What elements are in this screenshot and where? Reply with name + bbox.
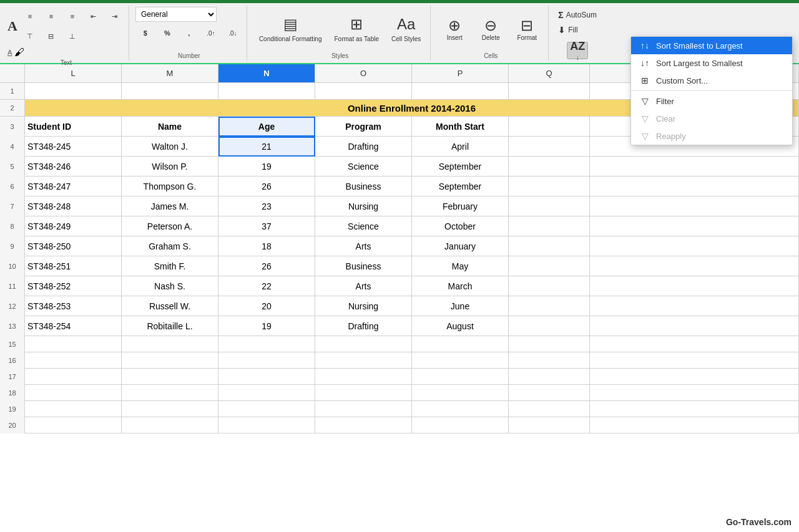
col-header-L[interactable]: L [25, 64, 122, 82]
cell-1-Q[interactable] [509, 83, 590, 99]
cell-9-4[interactable]: January [412, 236, 509, 256]
cell-9-0[interactable]: ST348-250 [25, 236, 122, 256]
col-header-M[interactable]: M [122, 64, 218, 82]
cell-8-2[interactable]: 37 [218, 216, 315, 236]
cell-6-0[interactable]: ST348-247 [25, 177, 122, 196]
empty-cell-19-6[interactable] [590, 401, 799, 417]
menu-custom-sort[interactable]: ⊞ Custom Sort... [631, 72, 792, 89]
cell-13-2[interactable]: 19 [218, 316, 315, 336]
empty-cell-20-3[interactable] [315, 417, 412, 433]
empty-cell-15-3[interactable] [315, 336, 412, 352]
empty-cell-17-3[interactable] [315, 369, 412, 385]
empty-cell-16-3[interactable] [315, 352, 412, 369]
cell-13-1[interactable]: Robitaille L. [122, 316, 218, 336]
cell-7-0[interactable]: ST348-248 [25, 196, 122, 216]
header-name[interactable]: Name [122, 117, 218, 137]
empty-cell-20-4[interactable] [412, 417, 509, 433]
empty-cell-17-0[interactable] [25, 369, 122, 385]
cell-1-P[interactable] [412, 83, 509, 99]
cell-8-0[interactable]: ST348-249 [25, 216, 122, 236]
empty-cell-20-0[interactable] [25, 417, 122, 433]
cell-7-3[interactable]: Nursing [315, 196, 412, 216]
increase-decimal-btn[interactable]: .0↑ [201, 24, 221, 42]
cell-4-3[interactable]: Drafting [315, 137, 412, 157]
cell-6-1[interactable]: Thompson G. [122, 177, 218, 196]
empty-cell-18-3[interactable] [315, 385, 412, 401]
percent-btn[interactable]: % [157, 24, 177, 42]
cell-styles-btn[interactable]: Aa Cell Styles [386, 4, 426, 54]
header-age[interactable]: Age [218, 117, 315, 137]
empty-cell-16-4[interactable] [412, 352, 509, 369]
cell-5-extra-1[interactable] [590, 157, 799, 177]
mid-align-btn[interactable]: ⊟ [41, 27, 61, 46]
cell-13-4[interactable]: August [412, 316, 509, 336]
menu-sort-smallest[interactable]: ↑↓ Sort Smallest to Largest [631, 37, 792, 54]
empty-cell-15-0[interactable] [25, 336, 122, 352]
delete-btn[interactable]: ⊖ Delete [473, 4, 508, 54]
cell-13-3[interactable]: Drafting [315, 316, 412, 336]
empty-cell-18-5[interactable] [509, 385, 590, 401]
cell-7-extra-0[interactable] [509, 196, 590, 216]
cell-12-2[interactable]: 20 [218, 296, 315, 316]
conditional-formatting-btn[interactable]: ▤ Conditional Formatting [253, 4, 328, 54]
empty-cell-19-0[interactable] [25, 401, 122, 417]
cell-9-3[interactable]: Arts [315, 236, 412, 256]
menu-filter[interactable]: ▽ Filter [631, 92, 792, 110]
cell-13-0[interactable]: ST348-254 [25, 316, 122, 336]
cell-8-3[interactable]: Science [315, 216, 412, 236]
empty-cell-20-6[interactable] [590, 417, 799, 433]
empty-cell-17-2[interactable] [218, 369, 315, 385]
cell-5-2[interactable]: 19 [218, 157, 315, 177]
empty-cell-18-4[interactable] [412, 385, 509, 401]
empty-cell-15-6[interactable] [590, 336, 799, 352]
cell-7-extra-1[interactable] [590, 196, 799, 216]
cell-9-2[interactable]: 18 [218, 236, 315, 256]
cell-10-4[interactable]: May [412, 256, 509, 276]
empty-cell-15-1[interactable] [122, 336, 218, 352]
cell-10-3[interactable]: Business [315, 256, 412, 276]
cell-4-extra-0[interactable] [509, 137, 590, 157]
cell-10-extra-0[interactable] [509, 256, 590, 276]
cell-4-4[interactable]: April [412, 137, 509, 157]
empty-cell-19-5[interactable] [509, 401, 590, 417]
empty-cell-19-1[interactable] [122, 401, 218, 417]
empty-cell-17-1[interactable] [122, 369, 218, 385]
cell-5-extra-0[interactable] [509, 157, 590, 177]
cell-11-0[interactable]: ST348-252 [25, 276, 122, 296]
empty-cell-15-4[interactable] [412, 336, 509, 352]
header-month-start[interactable]: Month Start [412, 117, 509, 137]
align-right-btn[interactable]: ≡ [62, 7, 82, 26]
cell-12-4[interactable]: June [412, 296, 509, 316]
cell-7-4[interactable]: February [412, 196, 509, 216]
cell-13-extra-0[interactable] [509, 316, 590, 336]
empty-cell-16-6[interactable] [590, 352, 799, 369]
col-header-N[interactable]: N [218, 64, 315, 82]
cell-9-extra-0[interactable] [509, 236, 590, 256]
format-btn[interactable]: ⊟ Format [509, 4, 544, 54]
cell-11-extra-1[interactable] [590, 276, 799, 296]
cell-8-4[interactable]: October [412, 216, 509, 236]
top-align-btn[interactable]: ⊤ [20, 27, 40, 46]
empty-cell-17-6[interactable] [590, 369, 799, 385]
decrease-decimal-btn[interactable]: .0↓ [223, 24, 243, 42]
cell-1-N[interactable] [218, 83, 315, 99]
cell-11-3[interactable]: Arts [315, 276, 412, 296]
empty-cell-19-3[interactable] [315, 401, 412, 417]
empty-cell-15-5[interactable] [509, 336, 590, 352]
cell-6-2[interactable]: 26 [218, 177, 315, 196]
cell-5-4[interactable]: September [412, 157, 509, 177]
fill-btn[interactable]: ⬇ Fill [555, 23, 600, 37]
cell-6-4[interactable]: September [412, 177, 509, 196]
empty-cell-20-2[interactable] [218, 417, 315, 433]
cell-1-L[interactable] [25, 83, 122, 99]
col-header-P[interactable]: P [412, 64, 509, 82]
empty-cell-20-1[interactable] [122, 417, 218, 433]
autosum-btn[interactable]: Σ AutoSum [555, 8, 600, 22]
cell-12-1[interactable]: Russell W. [122, 296, 218, 316]
header-Q[interactable] [509, 117, 590, 137]
cell-10-2[interactable]: 26 [218, 256, 315, 276]
cell-4-2[interactable]: 21 [218, 137, 315, 157]
col-header-O[interactable]: O [315, 64, 412, 82]
cell-6-extra-0[interactable] [509, 177, 590, 196]
header-program[interactable]: Program [315, 117, 412, 137]
